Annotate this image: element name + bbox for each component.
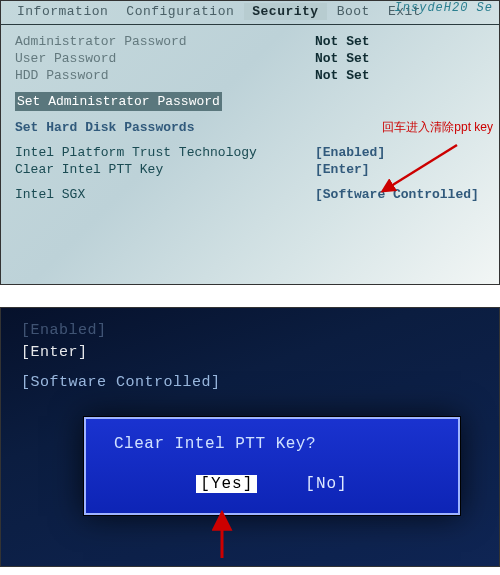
dialog-no-button[interactable]: [No] [305,475,347,493]
menu-configuration[interactable]: Configuration [118,3,242,20]
dialog-yes-button[interactable]: [Yes] [196,475,257,493]
set-admin-password-item[interactable]: Set Administrator Password [15,92,222,111]
hdd-password-value: Not Set [315,67,485,84]
clear-ptt-label: Clear Intel PTT Key [15,161,315,178]
context-enabled: [Enabled] [21,320,479,342]
menu-boot[interactable]: Boot [329,3,378,20]
annotation-text: 回车进入清除ppt key [382,119,493,136]
dialog-question: Clear Intel PTT Key? [106,435,438,453]
menu-information[interactable]: Information [9,3,116,20]
clear-ptt-action[interactable]: [Enter] [315,161,485,178]
menu-security[interactable]: Security [244,3,326,20]
admin-password-value: Not Set [315,33,485,50]
divider [1,24,499,25]
context-enter: [Enter] [21,342,479,364]
hdd-password-label: HDD Password [15,67,315,84]
context-software-controlled: [Software Controlled] [21,372,479,394]
sgx-value[interactable]: [Software Controlled] [315,186,485,203]
confirm-dialog: Clear Intel PTT Key? [Yes] [No] [83,416,461,516]
bios-security-screen: InsydeH20 Se Information Configuration S… [0,0,500,285]
ptt-value[interactable]: [Enabled] [315,144,485,161]
user-password-label: User Password [15,50,315,67]
user-password-value: Not Set [315,50,485,67]
bios-brand: InsydeH20 Se [395,1,493,15]
admin-password-label: Administrator Password [15,33,315,50]
bios-dialog-screen: [Enabled] [Enter] [Software Controlled] … [0,307,500,567]
ptt-label: Intel Platform Trust Technology [15,144,315,161]
set-hdd-passwords-item[interactable]: Set Hard Disk Passwords [15,119,194,136]
sgx-label: Intel SGX [15,186,315,203]
